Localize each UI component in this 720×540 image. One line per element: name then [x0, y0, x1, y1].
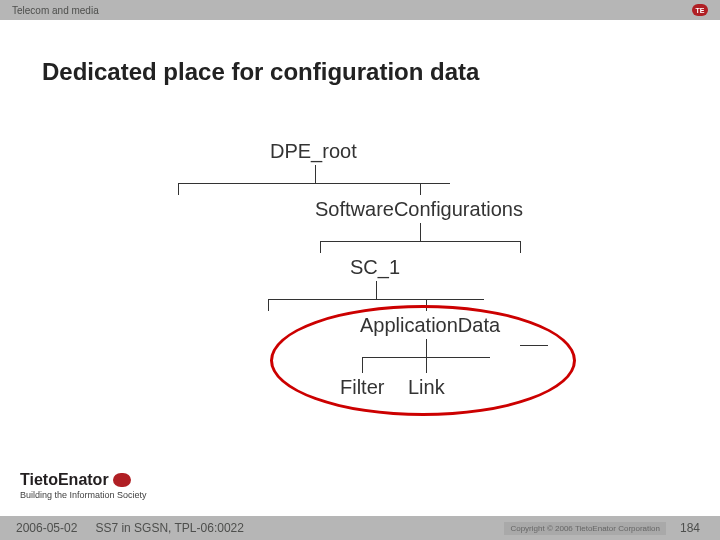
- highlight-ellipse: [270, 305, 576, 416]
- brand-name: TietoEnator: [20, 471, 109, 489]
- slide-title: Dedicated place for configuration data: [42, 58, 720, 86]
- category-label: Telecom and media: [12, 5, 99, 16]
- tree-diagram: DPE_root SoftwareConfigurations SC_1 App…: [170, 140, 610, 440]
- node-dpe-root: DPE_root: [270, 140, 357, 163]
- node-software-configurations: SoftwareConfigurations: [315, 198, 523, 221]
- brand-badge-icon: TE: [692, 4, 708, 16]
- node-sc-1: SC_1: [350, 256, 400, 279]
- footer-date: 2006-05-02: [16, 521, 77, 535]
- brand-block: TietoEnator Building the Information Soc…: [20, 471, 147, 500]
- footer-doc: SS7 in SGSN, TPL-06:0022: [95, 521, 244, 535]
- brand-tagline: Building the Information Society: [20, 490, 147, 500]
- top-bar: Telecom and media TE: [0, 0, 720, 20]
- bottom-bar: 2006-05-02 SS7 in SGSN, TPL-06:0022 Copy…: [0, 516, 720, 540]
- footer-page: 184: [680, 521, 700, 535]
- brand-logo-icon: [113, 473, 131, 487]
- footer-copyright: Copyright © 2006 TietoEnator Corporation: [504, 522, 666, 535]
